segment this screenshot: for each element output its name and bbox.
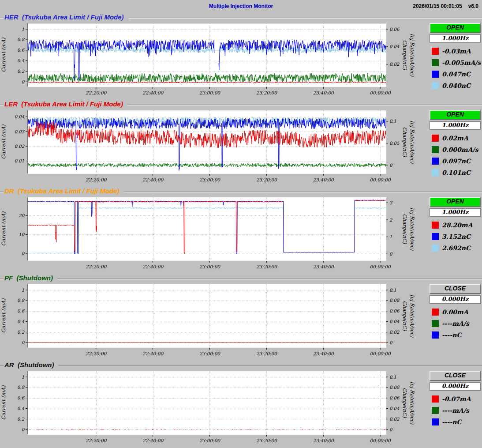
right-axis-label-1: Charge(nC)	[402, 388, 408, 418]
svg-text:0.8: 0.8	[17, 298, 25, 303]
charge-blue-value: 0.047nC	[442, 71, 471, 78]
left-axis-label: Current (mA)	[0, 385, 7, 420]
strip-chart-HER: 00.20.40.60.810.020.040.0622:20:0022:40:…	[0, 23, 423, 99]
left-axis-label: Current (mA)	[0, 124, 7, 159]
inj-rate-green-swatch-icon	[432, 146, 439, 153]
right-axis-label-2: Inj Rate(mA/sec)	[409, 294, 415, 338]
legend-AR: CLOSE0.000Hz-0.07mA----mA/s----nC	[430, 371, 481, 428]
svg-text:0.6: 0.6	[17, 395, 25, 400]
strip-chart-PF: 00.20.40.60.8100.020.040.060.080.122:20:…	[0, 284, 423, 360]
legend-row: 2.692nC	[430, 242, 481, 254]
shutter-status-button-PF[interactable]: CLOSE	[430, 284, 481, 294]
legend-row: 0.101nC	[430, 167, 481, 178]
legend-row: -0.005mA/s	[430, 57, 481, 68]
svg-text:0.04: 0.04	[15, 114, 25, 119]
legend-row: 3.152nC	[430, 231, 481, 242]
injection-rate-AR: 0.000Hz	[430, 382, 481, 391]
svg-text:0.1: 0.1	[389, 119, 396, 124]
svg-text:0.05: 0.05	[389, 141, 400, 146]
svg-text:0: 0	[389, 163, 393, 168]
plot-area	[28, 23, 386, 87]
legend-row: 0.02mA	[430, 132, 481, 144]
x-axis: 22:20:0022:40:0023:00:0023:20:0023:40:00…	[86, 174, 391, 182]
svg-text:0.8: 0.8	[17, 385, 25, 390]
y-axis-right: 0123	[386, 200, 393, 256]
svg-text:22:40:00: 22:40:00	[142, 438, 164, 443]
svg-text:1: 1	[389, 234, 392, 239]
current-red-swatch-icon	[432, 309, 439, 316]
svg-text:00:00:00: 00:00:00	[370, 264, 391, 269]
svg-text:23:00:00: 23:00:00	[199, 177, 220, 182]
shutter-status-button-DR[interactable]: OPEN	[430, 197, 481, 207]
legend-row: 0.040nC	[430, 80, 481, 91]
charge-lightblue-value: 0.101nC	[442, 169, 471, 176]
panel-title-DR: DR (Tsukuba Area Limit / Fuji Mode)	[4, 187, 124, 195]
svg-text:23:40:00: 23:40:00	[313, 351, 334, 356]
svg-text:23:00:00: 23:00:00	[199, 438, 220, 443]
svg-text:23:40:00: 23:40:00	[313, 264, 334, 269]
legend-HER: OPEN1.000Hz-0.03mA-0.005mA/s0.047nC0.040…	[430, 23, 481, 91]
y-axis-left: 0.010.020.030.04	[15, 114, 27, 163]
svg-text:0.04: 0.04	[389, 44, 400, 49]
y-axis-left: 00.20.40.60.81	[17, 375, 27, 432]
svg-text:0: 0	[389, 252, 393, 256]
panel-title-row: PF (Shutdown)	[0, 273, 482, 284]
right-axis-label-1: Charge(nC)	[402, 40, 408, 70]
legend-row: 0.00mA	[430, 306, 481, 318]
charge-blue-swatch-icon	[432, 331, 439, 339]
svg-text:0: 0	[22, 427, 25, 432]
svg-text:0.02: 0.02	[15, 144, 25, 149]
shutter-status-button-AR[interactable]: CLOSE	[430, 371, 481, 381]
panel-title-row: LER (Tsukuba Area Limit / Fuji Mode)	[0, 99, 482, 110]
panel-title-row: AR (Shutdown)	[0, 360, 482, 371]
svg-text:3: 3	[389, 200, 392, 205]
panels-container: HER (Tsukuba Area Limit / Fuji Mode)00.2…	[0, 12, 482, 447]
svg-text:22:20:00: 22:20:00	[86, 351, 107, 356]
svg-text:0.06: 0.06	[389, 27, 400, 32]
panel-PF: PF (Shutdown)00.20.40.60.8100.020.040.06…	[0, 273, 482, 360]
plot-area	[28, 371, 386, 434]
svg-text:23:20:00: 23:20:00	[256, 351, 277, 356]
charge-blue-swatch-icon	[432, 418, 439, 425]
svg-text:0.06: 0.06	[389, 309, 400, 313]
svg-text:22:20:00: 22:20:00	[86, 264, 107, 269]
svg-text:0.04: 0.04	[389, 406, 400, 411]
svg-text:0.02: 0.02	[389, 62, 400, 67]
legend-DR: OPEN1.000Hz28.20mA3.152nC2.692nC	[430, 197, 481, 254]
shutter-status-button-HER[interactable]: OPEN	[430, 23, 481, 33]
svg-text:10: 10	[19, 232, 25, 237]
charge-blue-value: ----nC	[442, 418, 462, 425]
svg-text:0: 0	[22, 251, 25, 256]
current-red-value: 0.02mA	[442, 135, 468, 142]
shutter-status-button-LER[interactable]: OPEN	[430, 110, 481, 120]
legend-row: 28.20mA	[430, 219, 481, 231]
legend-row: ----mA/s	[430, 405, 481, 416]
current-red-swatch-icon	[432, 135, 439, 142]
legend-row: -0.07mA	[430, 393, 481, 405]
x-axis: 22:20:0022:40:0023:00:0023:20:0023:40:00…	[86, 261, 391, 269]
panel-title-LER: LER (Tsukuba Area Limit / Fuji Mode)	[4, 100, 127, 108]
svg-text:22:20:00: 22:20:00	[86, 438, 107, 443]
charge-lightblue-swatch-icon	[432, 82, 439, 89]
plot-area	[28, 284, 386, 347]
svg-text:0.03: 0.03	[15, 129, 25, 134]
svg-text:00:00:00: 00:00:00	[370, 351, 391, 356]
series-group	[28, 342, 386, 343]
charge-blue-value: 3.152nC	[442, 233, 471, 240]
svg-text:23:20:00: 23:20:00	[256, 438, 277, 443]
inj-rate-green-swatch-icon	[432, 407, 439, 414]
svg-text:0: 0	[389, 427, 393, 432]
inj-rate-green-value: ----mA/s	[442, 320, 469, 327]
plot-area	[28, 197, 386, 260]
svg-text:20: 20	[19, 213, 25, 218]
strip-chart-DR: 01020012322:20:0022:40:0023:00:0023:20:0…	[0, 197, 423, 273]
current-red-value: -0.03mA	[442, 48, 471, 55]
svg-text:0.4: 0.4	[17, 406, 25, 411]
strip-chart-AR: 00.20.40.60.8100.020.040.060.080.122:20:…	[0, 371, 423, 447]
right-axis-label-2: Inj Rate(mA/sec)	[409, 381, 415, 425]
svg-text:23:20:00: 23:20:00	[256, 90, 277, 95]
svg-text:23:00:00: 23:00:00	[199, 264, 220, 269]
legend-row: -0.03mA	[430, 45, 481, 57]
panel-LER: LER (Tsukuba Area Limit / Fuji Mode)0.01…	[0, 99, 482, 186]
right-axis-label-2: Inj Rate(mA/sec)	[409, 207, 415, 251]
